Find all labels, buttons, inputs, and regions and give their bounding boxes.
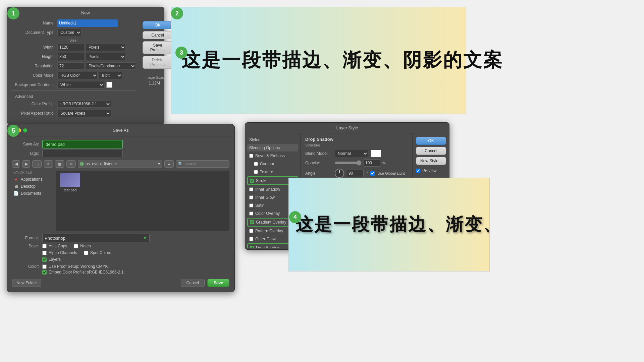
outer-glow-checkbox[interactable] (249, 237, 253, 241)
degree-symbol: ° (366, 171, 368, 175)
width-label: Width: (11, 45, 55, 50)
thumb-label: test.psd (64, 188, 77, 192)
back-button[interactable]: ◀ (12, 160, 20, 168)
search-box[interactable]: 🔍 Search (176, 160, 229, 168)
save-as-dialog: Save As Save As: Tags: ◀ ▶ ⊞ ≡ ▦ ⚙ ps_ev… (7, 124, 235, 292)
alpha-channels-checkbox[interactable] (42, 251, 47, 255)
up-button[interactable]: ▲ (164, 160, 174, 168)
format-label: Format: (12, 236, 39, 240)
sidebar-item-desktop[interactable]: 🖥 Desktop (12, 183, 56, 190)
gradient-overlay-checkbox[interactable] (250, 220, 254, 224)
new-folder-button[interactable]: New Folder (12, 279, 41, 287)
embed-profile-checkbox[interactable] (42, 270, 47, 275)
opacity-input[interactable] (364, 159, 380, 167)
layers-checkbox[interactable] (42, 257, 47, 262)
canvas-text: 这是一段带描边、渐变、阴影的文案 (181, 48, 503, 73)
canvas-preview-2: 这是一段带描边、渐变、阴影的 (288, 178, 490, 272)
texture-label: Texture (260, 170, 273, 174)
pattern-overlay-checkbox[interactable] (249, 229, 253, 233)
notes-checkbox[interactable] (74, 244, 78, 248)
advanced-label[interactable]: Advanced (15, 94, 33, 99)
stroke-checkbox[interactable] (250, 179, 254, 183)
color-overlay-checkbox[interactable] (249, 212, 253, 216)
inner-shadow-checkbox[interactable] (249, 187, 253, 191)
contour-checkbox[interactable] (254, 162, 258, 166)
step1-badge: 1 (7, 7, 19, 19)
save-as-input[interactable] (42, 140, 123, 148)
bg-contents-label: Background Contents: (11, 82, 55, 87)
angle-input[interactable] (347, 170, 364, 177)
drop-shadow-checkbox[interactable] (250, 246, 254, 248)
preview-checkbox[interactable] (416, 169, 420, 173)
texture-checkbox[interactable] (254, 170, 258, 174)
step4-badge: 4 (289, 211, 301, 223)
cancel-button[interactable]: Cancel (143, 31, 173, 39)
bevel-emboss-item[interactable]: Bevel & Emboss (247, 152, 298, 160)
styles-item[interactable]: Styles (247, 136, 298, 143)
pattern-overlay-label: Pattern Overlay (255, 229, 283, 233)
color-profile-select[interactable]: sRGB IEC61966-2.1 (57, 100, 111, 108)
documents-icon: 📄 (13, 191, 19, 196)
doc-type-label: Document Type: (11, 30, 55, 35)
sidebar-item-applications[interactable]: 🔺 Applications (12, 176, 56, 183)
spot-colors-checkbox[interactable] (84, 251, 88, 255)
save-button[interactable]: Save (207, 279, 229, 287)
opacity-slider[interactable] (335, 160, 362, 166)
height-input[interactable] (57, 53, 84, 60)
search-icon: 🔍 (178, 162, 183, 166)
height-unit-select[interactable]: Pixels (86, 53, 126, 60)
maximize-button[interactable] (23, 128, 27, 132)
contour-item[interactable]: Contour (247, 160, 298, 168)
global-light-checkbox[interactable] (370, 171, 375, 176)
ok-button[interactable]: OK (143, 21, 173, 29)
angle-dial[interactable] (335, 169, 344, 178)
inner-glow-checkbox[interactable] (249, 195, 253, 199)
color-mode-label: Color Mode: (11, 73, 55, 78)
format-select[interactable]: Photoshop ▼ (42, 234, 150, 242)
favorites-sidebar: Favorites 🔺 Applications 🖥 Desktop 📄 Doc… (12, 171, 56, 231)
bit-depth-select[interactable]: 8 bit (99, 72, 122, 79)
ls-ok-button[interactable]: OK (416, 137, 446, 145)
resolution-unit-select[interactable]: Pixels/Centimeter (86, 62, 136, 70)
save-preset-button[interactable]: Save Preset... (143, 41, 173, 54)
width-input[interactable] (57, 44, 84, 51)
bevel-label: Bevel & Emboss (255, 154, 285, 158)
doc-type-select[interactable]: Custom (57, 29, 82, 36)
delete-preset-button[interactable]: Delete Preset... (143, 56, 173, 69)
name-label: Name: (11, 21, 55, 25)
name-input[interactable] (57, 19, 118, 27)
location-select[interactable]: ps_event_listener ▾ (78, 160, 162, 168)
blend-color-swatch[interactable] (371, 150, 381, 157)
gradient-overlay-label: Gradient Overlay (256, 220, 286, 225)
file-thumbnail[interactable]: test.psd (58, 173, 82, 192)
dialog-title: Save As (113, 128, 129, 133)
grid-view-button[interactable]: ⊞ (32, 160, 42, 168)
tags-input[interactable] (42, 150, 123, 157)
texture-item[interactable]: Texture (247, 168, 298, 176)
bevel-checkbox[interactable] (249, 154, 253, 158)
embed-profile-label: Embed Color Profile: sRGB IEC61966-2.1 (49, 270, 123, 275)
drop-shadow-label: Drop Shadow (256, 245, 280, 248)
list-view-button[interactable]: ≡ (44, 160, 53, 168)
color-mode-select[interactable]: RGB Color (57, 72, 98, 79)
action-view-button[interactable]: ⚙ (66, 160, 76, 168)
bg-color-swatch[interactable] (106, 82, 112, 88)
column-view-button[interactable]: ▦ (55, 160, 64, 168)
width-unit-select[interactable]: Pixels (86, 44, 126, 51)
notes-label: Notes (80, 244, 91, 248)
outer-glow-label: Outer Glow (255, 237, 276, 241)
use-proof-checkbox[interactable] (42, 264, 47, 269)
ls-new-style-button[interactable]: New Style... (416, 157, 446, 165)
pixel-aspect-select[interactable]: Square Pixels (57, 110, 111, 117)
blending-options-item[interactable]: Blending Options (247, 144, 298, 152)
resolution-input[interactable] (57, 62, 84, 70)
forward-button[interactable]: ▶ (22, 160, 30, 168)
blend-mode-select[interactable]: Normal (335, 150, 368, 157)
ls-cancel-button[interactable]: Cancel (416, 147, 446, 155)
preview-label: Preview (422, 168, 437, 173)
satin-checkbox[interactable] (249, 203, 253, 207)
bg-contents-select[interactable]: White (57, 81, 104, 88)
cancel-button[interactable]: Cancel (181, 279, 205, 287)
sidebar-item-documents[interactable]: 📄 Documents (12, 190, 56, 197)
as-copy-checkbox[interactable] (42, 244, 47, 248)
